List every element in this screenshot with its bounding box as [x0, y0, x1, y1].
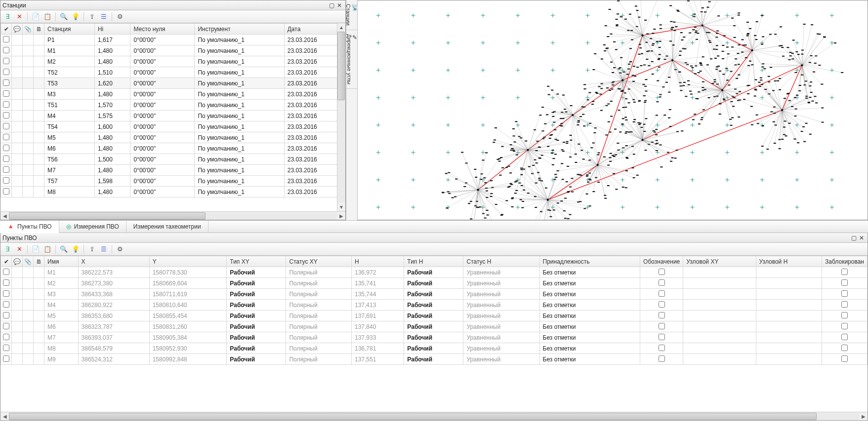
col-own[interactable]: Принадлежность	[539, 256, 640, 267]
col-doc[interactable]: 🗎	[34, 24, 44, 35]
tab-measurements[interactable]: ◎ Измерения ПВО	[59, 221, 126, 233]
lock-checkbox[interactable]	[841, 323, 848, 329]
table-row[interactable]: M51,4800°00'00"По умолчанию_123.03.2016	[1, 132, 345, 143]
row-checkbox[interactable]	[3, 156, 9, 162]
table-row[interactable]: M3386433,3681580711,619РабочийПолярный13…	[1, 289, 868, 300]
lock-checkbox[interactable]	[841, 279, 848, 286]
row-checkbox[interactable]	[3, 101, 9, 108]
col-check[interactable]: ✔	[1, 256, 12, 267]
table-row[interactable]: M61,4800°00'00"По умолчанию_123.03.2016	[1, 143, 345, 154]
bulb-icon[interactable]: 💡	[71, 244, 81, 254]
tab-points[interactable]: 🔺 Пункты ПВО	[0, 221, 59, 233]
col-mark[interactable]: Обозначение	[640, 256, 683, 267]
table-row[interactable]: M2386273,3801580669,604РабочийПолярный13…	[1, 278, 868, 289]
list-icon[interactable]: ☰	[99, 12, 109, 22]
col-attach[interactable]: 📎	[23, 256, 34, 267]
row-checkbox[interactable]	[3, 188, 9, 195]
copy-icon[interactable]: 📄	[31, 12, 41, 22]
col-doc[interactable]: 🗎	[34, 256, 44, 267]
mark-checkbox[interactable]	[659, 290, 665, 297]
filter-icon[interactable]: 🔍	[59, 12, 69, 22]
col-comment[interactable]: 💬	[12, 256, 23, 267]
col-station[interactable]: Станция	[44, 24, 95, 35]
row-checkbox[interactable]	[3, 166, 9, 173]
col-h[interactable]: H	[352, 256, 404, 267]
row-checkbox[interactable]	[3, 177, 9, 184]
row-checkbox[interactable]	[3, 269, 9, 275]
insert-icon[interactable]: ∃	[2, 244, 12, 254]
col-lock[interactable]: Заблокирован	[822, 256, 868, 267]
close-icon[interactable]: ✕	[858, 234, 866, 242]
table-row[interactable]: T561,5000°00'00"По умолчанию_123.03.2016	[1, 154, 345, 165]
filter-icon[interactable]: 🔍	[59, 244, 69, 254]
copy-icon[interactable]: 📄	[31, 244, 41, 254]
col-x[interactable]: X	[78, 256, 149, 267]
tab-tacheo[interactable]: Измерения тахеометрии	[126, 221, 208, 233]
row-checkbox[interactable]	[3, 323, 9, 329]
table-row[interactable]: M5386353,6801580855,454РабочийПолярный13…	[1, 311, 868, 321]
mark-checkbox[interactable]	[659, 312, 665, 318]
row-checkbox[interactable]	[3, 123, 9, 129]
row-checkbox[interactable]	[3, 112, 9, 118]
table-row[interactable]: M41,5750°00'00"По умолчанию_123.03.2016	[1, 111, 345, 121]
lock-checkbox[interactable]	[841, 355, 848, 362]
col-date[interactable]: Дата	[284, 24, 345, 35]
col-sh[interactable]: Статус H	[463, 256, 539, 267]
row-checkbox[interactable]	[3, 345, 9, 351]
table-row[interactable]: M71,4800°00'00"По умолчанию_123.03.2016	[1, 165, 345, 176]
row-checkbox[interactable]	[3, 145, 9, 151]
settings-icon[interactable]: ⚙	[115, 244, 125, 254]
mark-checkbox[interactable]	[659, 323, 665, 329]
col-nxy[interactable]: Узловой XY	[683, 256, 756, 267]
row-checkbox[interactable]	[3, 334, 9, 340]
lock-checkbox[interactable]	[841, 312, 848, 318]
row-checkbox[interactable]	[3, 355, 9, 362]
mark-checkbox[interactable]	[659, 345, 665, 351]
delete-icon[interactable]: ✕	[14, 12, 24, 22]
row-checkbox[interactable]	[3, 301, 9, 308]
bulb-icon[interactable]: 💡	[71, 12, 81, 22]
paste-icon[interactable]: 📋	[42, 244, 52, 254]
table-row[interactable]: M11,4800°00'00"По умолчанию_123.03.2016	[1, 45, 345, 56]
col-comment[interactable]: 💬	[12, 24, 23, 35]
col-zero[interactable]: Место нуля	[130, 24, 195, 35]
side-tab-angles[interactable]: ✎ Дирекционные углы	[345, 30, 358, 89]
table-row[interactable]: M31,4800°00'00"По умолчанию_123.03.2016	[1, 89, 345, 100]
row-checkbox[interactable]	[3, 58, 9, 64]
mark-checkbox[interactable]	[659, 355, 665, 362]
mark-checkbox[interactable]	[659, 279, 665, 286]
col-hi[interactable]: Hi	[94, 24, 130, 35]
dock-icon[interactable]: ▢	[328, 1, 335, 9]
paste-icon[interactable]: 📋	[42, 12, 52, 22]
stations-vscroll[interactable]: ▲▼	[337, 23, 345, 211]
lock-checkbox[interactable]	[841, 301, 848, 308]
table-row[interactable]: T541,6000°00'00"По умолчанию_123.03.2016	[1, 121, 345, 132]
mark-checkbox[interactable]	[659, 269, 665, 275]
table-row[interactable]: M6386323,7871580831,260РабочийПолярный13…	[1, 321, 868, 332]
col-th[interactable]: Тип H	[404, 256, 463, 267]
col-check[interactable]: ✔	[1, 24, 12, 35]
table-row[interactable]: M1386222,5731580778,530РабочийПолярный13…	[1, 267, 868, 278]
settings-icon[interactable]: ⚙	[115, 12, 125, 22]
col-instr[interactable]: Инструмент	[195, 24, 284, 35]
close-icon[interactable]: ✕	[335, 1, 343, 9]
lock-checkbox[interactable]	[841, 269, 848, 275]
table-row[interactable]: M9386524,3121580992,848РабочийПолярный13…	[1, 354, 868, 365]
lock-checkbox[interactable]	[841, 290, 848, 297]
col-y[interactable]: Y	[149, 256, 227, 267]
delete-icon[interactable]: ✕	[14, 244, 24, 254]
lock-checkbox[interactable]	[841, 345, 848, 351]
table-row[interactable]: M81,4800°00'00"По умолчанию_123.03.2016	[1, 187, 345, 197]
table-row[interactable]: M21,4800°00'00"По умолчанию_123.03.2016	[1, 56, 345, 67]
mark-checkbox[interactable]	[659, 334, 665, 340]
row-checkbox[interactable]	[3, 47, 9, 53]
map-viewport[interactable]	[358, 0, 868, 220]
insert-icon[interactable]: ∃	[2, 12, 12, 22]
col-txy[interactable]: Тип XY	[227, 256, 286, 267]
table-row[interactable]: T521,5100°00'00"По умолчанию_123.03.2016	[1, 67, 345, 78]
row-checkbox[interactable]	[3, 290, 9, 297]
mark-checkbox[interactable]	[659, 301, 665, 308]
export-icon[interactable]: ⇪	[87, 244, 97, 254]
table-row[interactable]: M4386280,9221580810,640РабочийПолярный13…	[1, 300, 868, 311]
row-checkbox[interactable]	[3, 69, 9, 75]
